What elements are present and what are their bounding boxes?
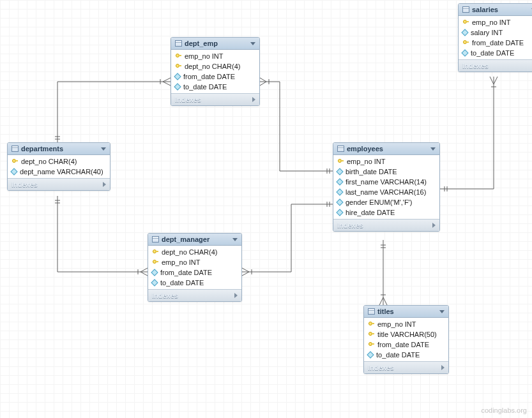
chevron-down-icon [101, 147, 106, 151]
table-departments[interactable]: departments dept_no CHAR(4) dept_name VA… [7, 142, 110, 191]
chevron-down-icon [439, 310, 445, 313]
indexes-section[interactable]: Indexes [8, 178, 110, 190]
chevron-right-icon [103, 182, 106, 187]
table-dept-emp[interactable]: dept_emp emp_no INT dept_no CHAR(4) from… [171, 37, 260, 106]
column-row: emp_no INT [171, 51, 259, 61]
chevron-right-icon [432, 223, 436, 228]
table-header[interactable]: dept_emp [171, 38, 259, 50]
table-employees[interactable]: employees emp_no INT birth_date DATE fir… [333, 142, 440, 232]
table-header[interactable]: dept_manager [148, 234, 241, 246]
column-row: from_date DATE [364, 340, 448, 350]
indexes-section[interactable]: Indexes [364, 361, 448, 373]
column-row: dept_no CHAR(4) [171, 61, 259, 71]
primary-key-icon [175, 53, 181, 59]
column-row: from_date DATE [148, 267, 241, 278]
table-title: titles [377, 308, 394, 315]
indexes-section[interactable]: Indexes [148, 289, 241, 301]
primary-key-icon [152, 259, 158, 265]
table-dept-manager[interactable]: dept_manager dept_no CHAR(4) emp_no INT … [148, 233, 242, 302]
column-row: birth_date DATE [333, 167, 439, 177]
chevron-right-icon [234, 293, 238, 298]
table-icon [337, 146, 344, 152]
column-row: from_date DATE [171, 71, 259, 82]
primary-key-icon [11, 158, 18, 165]
column-icon [151, 269, 158, 276]
connectors [0, 0, 532, 418]
column-icon [367, 351, 374, 358]
column-row: to_date DATE [148, 278, 241, 288]
column-icon [461, 29, 468, 36]
table-icon [11, 146, 19, 152]
table-header[interactable]: employees [333, 143, 439, 155]
column-row: dept_no CHAR(4) [148, 247, 241, 257]
table-header[interactable]: departments [8, 143, 110, 155]
column-icon [174, 73, 181, 80]
column-icon [174, 83, 181, 90]
column-icon [461, 49, 468, 56]
chevron-down-icon [430, 147, 436, 151]
erd-canvas[interactable]: departments dept_no CHAR(4) dept_name VA… [0, 0, 532, 418]
table-salaries[interactable]: salaries emp_no INT salary INT from_date… [458, 3, 532, 72]
primary-key-icon [368, 321, 374, 327]
table-title: employees [347, 145, 383, 153]
column-row: emp_no INT [148, 257, 241, 267]
indexes-section[interactable]: Indexes [171, 93, 259, 105]
column-row: gender ENUM('M','F') [333, 197, 439, 207]
indexes-section[interactable]: Indexes [333, 219, 439, 231]
watermark: codinglabs.org [481, 407, 527, 414]
column-icon [10, 168, 17, 175]
column-row: from_date DATE [459, 38, 532, 48]
primary-key-icon [337, 158, 344, 165]
column-icon [336, 178, 343, 185]
chevron-down-icon [232, 238, 238, 241]
column-icon [336, 209, 343, 216]
primary-key-icon [462, 19, 469, 26]
column-row: hire_date DATE [333, 207, 439, 218]
table-icon [368, 308, 375, 315]
column-icon [151, 279, 158, 286]
column-row: to_date DATE [459, 48, 532, 58]
table-title: salaries [472, 6, 498, 13]
chevron-right-icon [252, 97, 255, 102]
primary-key-icon [462, 40, 469, 46]
chevron-right-icon [441, 365, 445, 370]
column-row: emp_no INT [459, 17, 532, 27]
table-icon [175, 40, 182, 47]
column-row: emp_no INT [364, 319, 448, 329]
table-title: departments [21, 145, 63, 153]
column-icon [336, 168, 343, 175]
table-header[interactable]: salaries [459, 4, 532, 16]
column-row: first_name VARCHAR(14) [333, 177, 439, 187]
column-icon [336, 188, 343, 195]
table-header[interactable]: titles [364, 306, 448, 318]
column-row: to_date DATE [364, 350, 448, 360]
column-row: to_date DATE [171, 82, 259, 92]
primary-key-icon [368, 331, 374, 338]
chevron-down-icon [250, 42, 255, 45]
column-row: dept_name VARCHAR(40) [8, 167, 110, 177]
primary-key-icon [175, 63, 181, 70]
table-icon [462, 6, 469, 13]
column-row: dept_no CHAR(4) [8, 156, 110, 167]
table-title: dept_emp [185, 40, 218, 47]
column-row: last_name VARCHAR(16) [333, 187, 439, 197]
column-row: salary INT [459, 27, 532, 38]
column-icon [336, 198, 343, 205]
primary-key-icon [368, 341, 374, 348]
column-row: emp_no INT [333, 156, 439, 167]
table-titles[interactable]: titles emp_no INT title VARCHAR(50) from… [363, 305, 449, 374]
table-icon [152, 236, 159, 243]
indexes-section[interactable]: Indexes [459, 59, 532, 71]
column-row: title VARCHAR(50) [364, 329, 448, 340]
primary-key-icon [152, 249, 158, 255]
table-title: dept_manager [162, 235, 209, 243]
